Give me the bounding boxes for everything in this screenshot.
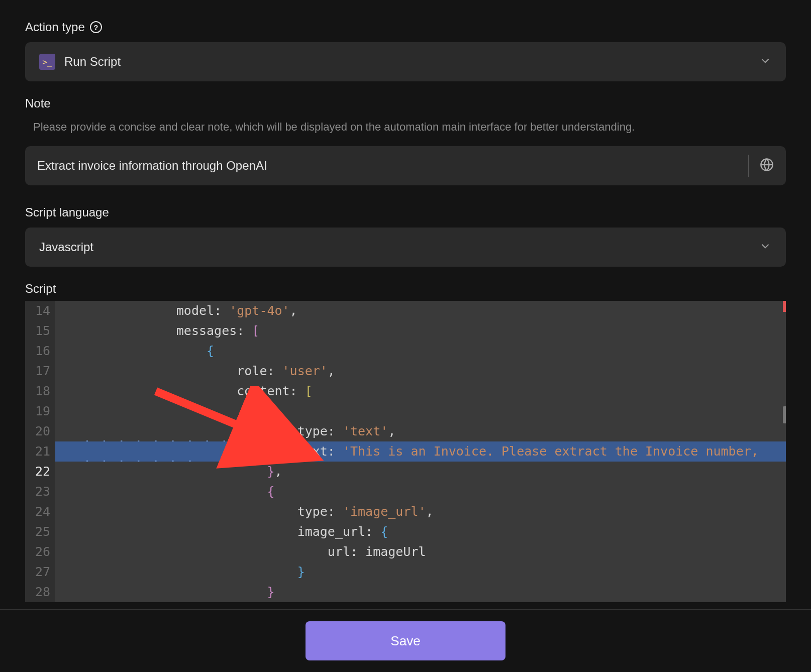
script-label: Script xyxy=(25,282,786,296)
gutter-line: 24 xyxy=(25,502,50,522)
gutter-line: 14 xyxy=(25,301,50,321)
note-input[interactable] xyxy=(37,159,740,173)
chevron-down-icon xyxy=(759,54,772,69)
code-line[interactable]: { xyxy=(55,341,786,361)
script-language-label: Script language xyxy=(25,205,109,219)
note-label: Note xyxy=(25,96,51,110)
code-line[interactable]: model: 'gpt-4o', xyxy=(55,301,786,321)
gutter-line: 18 xyxy=(25,381,50,401)
gutter-line: 16 xyxy=(25,341,50,361)
code-line[interactable]: { xyxy=(55,401,786,421)
code-line[interactable]: type: 'text', xyxy=(55,421,786,441)
gutter-line: 23 xyxy=(25,482,50,502)
code-line[interactable]: messages: [ xyxy=(55,321,786,341)
script-language-value: Javascript xyxy=(39,240,93,254)
code-line[interactable]: { xyxy=(55,482,786,502)
note-description: Please provide a concise and clear note,… xyxy=(33,119,786,135)
code-line[interactable]: image_url: { xyxy=(55,522,786,542)
action-type-label: Action type xyxy=(25,20,85,34)
chevron-down-icon xyxy=(759,240,772,255)
gutter-line: 22 xyxy=(25,462,50,482)
code-line[interactable]: content: [ xyxy=(55,381,786,401)
gutter-line: 19 xyxy=(25,401,50,421)
gutter-line: 17 xyxy=(25,361,50,381)
help-icon[interactable]: ? xyxy=(90,21,102,33)
code-line[interactable]: } xyxy=(55,582,786,602)
note-input-container[interactable] xyxy=(25,146,786,185)
code-line[interactable]: role: 'user', xyxy=(55,361,786,381)
code-line[interactable]: } xyxy=(55,562,786,582)
gutter-line: 20 xyxy=(25,421,50,441)
code-line[interactable]: text: 'This is an Invoice. Please extrac… xyxy=(55,441,786,462)
gutter-line: 27 xyxy=(25,562,50,582)
script-icon: >_ xyxy=(39,54,55,70)
save-button[interactable]: Save xyxy=(306,621,505,660)
action-type-value: Run Script xyxy=(64,55,121,69)
code-line[interactable]: type: 'image_url', xyxy=(55,502,786,522)
gutter-line: 25 xyxy=(25,522,50,542)
gutter-line: 21 xyxy=(25,441,50,462)
code-line[interactable]: }, xyxy=(55,462,786,482)
script-language-select[interactable]: Javascript xyxy=(25,228,786,267)
globe-icon[interactable] xyxy=(760,158,774,174)
script-editor[interactable]: 141516171819202122232425262728 · · · · ·… xyxy=(25,301,786,602)
action-type-select[interactable]: >_ Run Script xyxy=(25,42,786,81)
gutter-line: 26 xyxy=(25,542,50,562)
code-line[interactable]: url: imageUrl xyxy=(55,542,786,562)
gutter-line: 15 xyxy=(25,321,50,341)
footer-bar: Save xyxy=(0,609,811,672)
gutter-line: 28 xyxy=(25,582,50,602)
